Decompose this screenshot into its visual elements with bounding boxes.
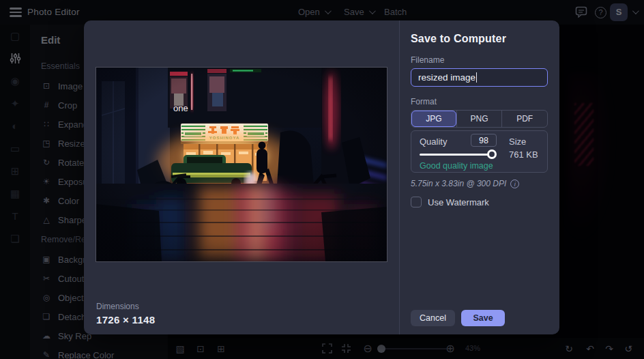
filename-label: Filename [411,55,548,65]
image-preview: one YOSHINOYA [96,68,387,261]
format-segmented-control: JPG PNG PDF [411,110,548,128]
dimensions-value: 1726 × 1148 [96,314,155,326]
dialog-actions: Cancel Save [411,310,505,326]
format-option-png[interactable]: PNG [456,111,502,127]
dimensions-readout: Dimensions 1726 × 1148 [96,302,155,326]
size-label: Size [509,137,526,147]
save-button[interactable]: Save [461,310,505,326]
size-value: 761 KB [509,149,538,160]
watermark-label: Use Watermark [428,197,489,207]
watermark-checkbox[interactable] [411,197,422,207]
dialog-divider [399,20,400,334]
text-caret [476,72,477,83]
format-option-pdf[interactable]: PDF [501,111,547,127]
save-dialog: one YOSHINOYA [84,20,559,334]
quality-slider-track [420,154,491,156]
quality-label: Quality [420,137,447,147]
quality-note: Good quality image [420,161,493,171]
watermark-row: Use Watermark [411,197,548,207]
quality-value-input[interactable]: 98 [471,134,497,147]
quality-slider[interactable] [420,154,497,156]
format-label: Format [411,97,548,106]
filename-input[interactable]: resized image [411,68,548,87]
dimensions-label: Dimensions [96,302,155,311]
dialog-title: Save to Computer [411,33,548,45]
save-form: Save to Computer Filename resized image … [411,20,548,334]
print-size-info: 5.75in x 3.83in @ 300 DPI i [411,179,548,188]
cancel-button[interactable]: Cancel [411,310,455,326]
filename-value: resized image [418,72,475,83]
quality-slider-handle[interactable] [487,149,497,159]
info-icon[interactable]: i [510,180,519,188]
photo-editor-app: Photo Editor Open Save Batch ? S ▢ ◉ ✦ ◐… [0,0,644,359]
quality-panel: Quality 98 Size 761 KB Good quality imag… [411,130,548,173]
format-option-jpg[interactable]: JPG [411,111,456,127]
